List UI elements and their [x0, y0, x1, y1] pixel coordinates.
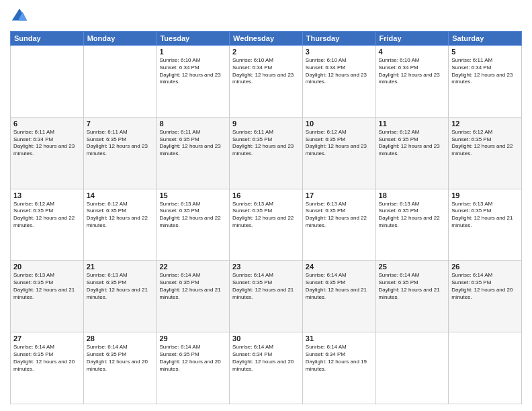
- weekday-header: Tuesday: [157, 32, 230, 46]
- day-info: Sunrise: 6:14 AM Sunset: 6:35 PM Dayligh…: [306, 272, 373, 301]
- day-info: Sunrise: 6:13 AM Sunset: 6:35 PM Dayligh…: [379, 201, 446, 230]
- calendar-cell: [83, 46, 157, 118]
- day-number: 8: [159, 120, 226, 128]
- day-info: Sunrise: 6:14 AM Sunset: 6:34 PM Dayligh…: [232, 344, 300, 373]
- calendar-cell: 13Sunrise: 6:12 AM Sunset: 6:35 PM Dayli…: [11, 189, 84, 261]
- calendar-cell: 4Sunrise: 6:10 AM Sunset: 6:34 PM Daylig…: [375, 46, 449, 118]
- calendar-cell: 16Sunrise: 6:13 AM Sunset: 6:35 PM Dayli…: [230, 189, 303, 261]
- day-number: 18: [379, 191, 446, 199]
- day-number: 7: [87, 120, 154, 128]
- calendar-header-row: SundayMondayTuesdayWednesdayThursdayFrid…: [11, 32, 522, 46]
- day-info: Sunrise: 6:14 AM Sunset: 6:35 PM Dayligh…: [379, 272, 446, 301]
- logo: [10, 7, 32, 26]
- day-info: Sunrise: 6:12 AM Sunset: 6:35 PM Dayligh…: [379, 129, 446, 158]
- calendar-cell: 28Sunrise: 6:14 AM Sunset: 6:35 PM Dayli…: [83, 332, 157, 404]
- header: [10, 7, 522, 26]
- weekday-header: Wednesday: [230, 32, 303, 46]
- day-number: 17: [306, 191, 373, 199]
- day-info: Sunrise: 6:12 AM Sunset: 6:35 PM Dayligh…: [451, 129, 519, 158]
- day-number: 21: [87, 263, 154, 271]
- calendar-cell: 11Sunrise: 6:12 AM Sunset: 6:35 PM Dayli…: [375, 117, 449, 189]
- calendar-cell: 3Sunrise: 6:10 AM Sunset: 6:34 PM Daylig…: [302, 46, 375, 118]
- day-number: 6: [13, 120, 81, 128]
- calendar-cell: 30Sunrise: 6:14 AM Sunset: 6:34 PM Dayli…: [230, 332, 303, 404]
- calendar-week-row: 1Sunrise: 6:10 AM Sunset: 6:34 PM Daylig…: [11, 46, 522, 118]
- calendar-cell: 15Sunrise: 6:13 AM Sunset: 6:35 PM Dayli…: [157, 189, 230, 261]
- day-info: Sunrise: 6:11 AM Sunset: 6:35 PM Dayligh…: [232, 129, 300, 158]
- day-number: 29: [159, 334, 226, 342]
- day-number: 23: [232, 263, 300, 271]
- weekday-header: Monday: [83, 32, 157, 46]
- day-info: Sunrise: 6:10 AM Sunset: 6:34 PM Dayligh…: [159, 57, 226, 86]
- day-number: 12: [451, 120, 519, 128]
- day-info: Sunrise: 6:11 AM Sunset: 6:34 PM Dayligh…: [13, 129, 81, 158]
- day-number: 2: [232, 48, 300, 56]
- calendar-cell: 1Sunrise: 6:10 AM Sunset: 6:34 PM Daylig…: [157, 46, 230, 118]
- calendar-cell: 29Sunrise: 6:14 AM Sunset: 6:35 PM Dayli…: [157, 332, 230, 404]
- page: SundayMondayTuesdayWednesdayThursdayFrid…: [0, 0, 532, 411]
- calendar-cell: 18Sunrise: 6:13 AM Sunset: 6:35 PM Dayli…: [375, 189, 449, 261]
- calendar-cell: 26Sunrise: 6:14 AM Sunset: 6:35 PM Dayli…: [449, 261, 522, 332]
- day-info: Sunrise: 6:10 AM Sunset: 6:34 PM Dayligh…: [379, 57, 446, 86]
- day-info: Sunrise: 6:13 AM Sunset: 6:35 PM Dayligh…: [87, 272, 154, 301]
- day-number: 4: [379, 48, 446, 56]
- day-number: 11: [379, 120, 446, 128]
- day-number: 14: [87, 191, 154, 199]
- day-info: Sunrise: 6:11 AM Sunset: 6:35 PM Dayligh…: [159, 129, 226, 158]
- calendar-cell: 20Sunrise: 6:13 AM Sunset: 6:35 PM Dayli…: [11, 261, 84, 332]
- day-number: 3: [306, 48, 373, 56]
- calendar-cell: 14Sunrise: 6:12 AM Sunset: 6:35 PM Dayli…: [83, 189, 157, 261]
- day-info: Sunrise: 6:12 AM Sunset: 6:35 PM Dayligh…: [13, 201, 81, 230]
- day-number: 28: [87, 334, 154, 342]
- calendar-cell: 5Sunrise: 6:11 AM Sunset: 6:34 PM Daylig…: [449, 46, 522, 118]
- weekday-header: Thursday: [302, 32, 375, 46]
- calendar-cell: 25Sunrise: 6:14 AM Sunset: 6:35 PM Dayli…: [375, 261, 449, 332]
- day-info: Sunrise: 6:11 AM Sunset: 6:35 PM Dayligh…: [87, 129, 154, 158]
- day-info: Sunrise: 6:10 AM Sunset: 6:34 PM Dayligh…: [232, 57, 300, 86]
- day-number: 10: [306, 120, 373, 128]
- day-number: 25: [379, 263, 446, 271]
- calendar-cell: 2Sunrise: 6:10 AM Sunset: 6:34 PM Daylig…: [230, 46, 303, 118]
- day-info: Sunrise: 6:13 AM Sunset: 6:35 PM Dayligh…: [306, 201, 373, 230]
- day-info: Sunrise: 6:14 AM Sunset: 6:35 PM Dayligh…: [451, 272, 519, 301]
- day-info: Sunrise: 6:14 AM Sunset: 6:35 PM Dayligh…: [87, 344, 154, 373]
- day-info: Sunrise: 6:11 AM Sunset: 6:34 PM Dayligh…: [451, 57, 519, 86]
- calendar-cell: [11, 46, 84, 118]
- day-number: 26: [451, 263, 519, 271]
- calendar-cell: 21Sunrise: 6:13 AM Sunset: 6:35 PM Dayli…: [83, 261, 157, 332]
- day-number: 19: [451, 191, 519, 199]
- day-number: 1: [159, 48, 226, 56]
- calendar-cell: 9Sunrise: 6:11 AM Sunset: 6:35 PM Daylig…: [230, 117, 303, 189]
- day-info: Sunrise: 6:14 AM Sunset: 6:35 PM Dayligh…: [13, 344, 81, 373]
- day-info: Sunrise: 6:10 AM Sunset: 6:34 PM Dayligh…: [306, 57, 373, 86]
- calendar-cell: 12Sunrise: 6:12 AM Sunset: 6:35 PM Dayli…: [449, 117, 522, 189]
- calendar-cell: 7Sunrise: 6:11 AM Sunset: 6:35 PM Daylig…: [83, 117, 157, 189]
- calendar-cell: 6Sunrise: 6:11 AM Sunset: 6:34 PM Daylig…: [11, 117, 84, 189]
- day-number: 30: [232, 334, 300, 342]
- day-number: 16: [232, 191, 300, 199]
- logo-icon: [10, 7, 29, 26]
- day-number: 5: [451, 48, 519, 56]
- calendar-cell: 22Sunrise: 6:14 AM Sunset: 6:35 PM Dayli…: [157, 261, 230, 332]
- day-number: 13: [13, 191, 81, 199]
- calendar-cell: 24Sunrise: 6:14 AM Sunset: 6:35 PM Dayli…: [302, 261, 375, 332]
- day-number: 24: [306, 263, 373, 271]
- day-info: Sunrise: 6:14 AM Sunset: 6:35 PM Dayligh…: [159, 344, 226, 373]
- day-number: 27: [13, 334, 81, 342]
- day-info: Sunrise: 6:13 AM Sunset: 6:35 PM Dayligh…: [159, 201, 226, 230]
- day-info: Sunrise: 6:12 AM Sunset: 6:35 PM Dayligh…: [87, 201, 154, 230]
- calendar-week-row: 27Sunrise: 6:14 AM Sunset: 6:35 PM Dayli…: [11, 332, 522, 404]
- day-info: Sunrise: 6:14 AM Sunset: 6:35 PM Dayligh…: [159, 272, 226, 301]
- weekday-header: Saturday: [449, 32, 522, 46]
- calendar-cell: 31Sunrise: 6:14 AM Sunset: 6:34 PM Dayli…: [302, 332, 375, 404]
- calendar-table: SundayMondayTuesdayWednesdayThursdayFrid…: [10, 31, 522, 404]
- day-number: 9: [232, 120, 300, 128]
- day-number: 22: [159, 263, 226, 271]
- day-info: Sunrise: 6:13 AM Sunset: 6:35 PM Dayligh…: [13, 272, 81, 301]
- calendar-cell: 19Sunrise: 6:13 AM Sunset: 6:35 PM Dayli…: [449, 189, 522, 261]
- day-info: Sunrise: 6:14 AM Sunset: 6:35 PM Dayligh…: [232, 272, 300, 301]
- day-info: Sunrise: 6:13 AM Sunset: 6:35 PM Dayligh…: [451, 201, 519, 230]
- day-info: Sunrise: 6:14 AM Sunset: 6:34 PM Dayligh…: [306, 344, 373, 373]
- calendar-cell: [375, 332, 449, 404]
- calendar-cell: 10Sunrise: 6:12 AM Sunset: 6:35 PM Dayli…: [302, 117, 375, 189]
